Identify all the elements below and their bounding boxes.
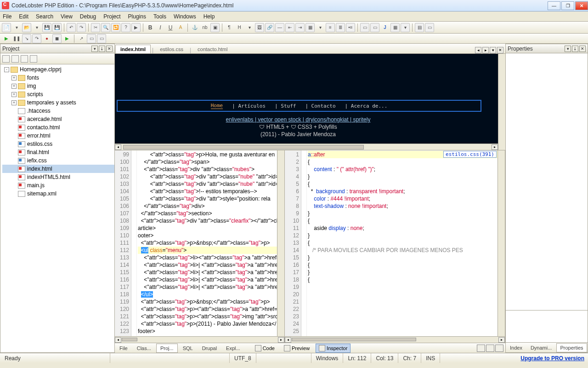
- pause-debug-icon[interactable]: ❚❚: [12, 34, 21, 43]
- tree-final-html[interactable]: final.html: [2, 148, 114, 156]
- menu-tools[interactable]: Tools: [153, 13, 166, 20]
- form-icon[interactable]: ▭: [360, 23, 369, 32]
- tab-list-icon[interactable]: ▾: [490, 47, 496, 53]
- bottom-tab-File[interactable]: File: [115, 344, 132, 353]
- menu-project[interactable]: Project: [103, 13, 120, 20]
- nav-link[interactable]: Home: [211, 103, 223, 109]
- tree-fonts[interactable]: +fonts: [2, 74, 114, 82]
- scroll-left-icon[interactable]: ◂: [115, 144, 121, 150]
- anchor-icon[interactable]: ⚓: [190, 23, 199, 32]
- paragraph-icon[interactable]: ¶: [225, 23, 234, 32]
- menu-file[interactable]: File: [3, 13, 11, 20]
- maximize-button[interactable]: ❐: [561, 1, 574, 10]
- bottom-tab-Clas[interactable]: Clas...: [133, 344, 155, 353]
- hr-icon[interactable]: —: [275, 23, 284, 32]
- tree-indexHTML5-html[interactable]: indexHTML5.html: [2, 173, 114, 181]
- ol-icon[interactable]: ≣: [336, 23, 345, 32]
- comment-icon[interactable]: ▤: [415, 23, 424, 32]
- panel-close-icon[interactable]: ✕: [106, 46, 113, 52]
- layout-split-h-icon[interactable]: [486, 345, 494, 352]
- menu-plugins[interactable]: Plugins: [128, 13, 146, 20]
- menu-windows[interactable]: Windows: [174, 13, 196, 20]
- prop-tab-Properties[interactable]: Properties: [556, 343, 587, 352]
- find-icon[interactable]: 🔍: [101, 23, 110, 32]
- preview-credits[interactable]: enlivenlabs | vector open stock | dryico…: [226, 116, 371, 123]
- breakpoint-icon[interactable]: ●: [42, 34, 51, 43]
- indent-left-icon[interactable]: ⇤: [285, 23, 294, 32]
- italic-icon[interactable]: I: [156, 23, 165, 32]
- editor-tab-estilos-css[interactable]: estilos.css: [155, 45, 188, 53]
- tab-close-icon[interactable]: ✕: [497, 47, 503, 53]
- panel-pin-icon[interactable]: ⤓: [99, 46, 105, 52]
- dropdown-icon[interactable]: ▾: [316, 23, 325, 32]
- bottom-tab-SQL[interactable]: SQL: [179, 344, 197, 353]
- layout-split-v-icon[interactable]: [495, 345, 503, 352]
- editor-tab-contacto-html[interactable]: contacto.html: [192, 45, 232, 53]
- panel-dropdown-icon[interactable]: ▾: [565, 46, 571, 52]
- link-icon[interactable]: 🔗: [265, 23, 274, 32]
- indent-right-icon[interactable]: ⇥: [295, 23, 305, 32]
- tree-temporales-y-assets[interactable]: +temporales y assets: [2, 98, 114, 107]
- js-icon[interactable]: J: [380, 23, 390, 32]
- panel-pin-icon[interactable]: ⤓: [572, 46, 578, 52]
- preview-hscroll[interactable]: ◂ ▸: [115, 144, 498, 150]
- tree--htaccess[interactable]: .htaccess: [2, 107, 114, 115]
- fold-column[interactable]: [131, 150, 137, 336]
- left-hscroll[interactable]: ◂▸: [115, 336, 284, 343]
- prop-tab-Dynami[interactable]: Dynami...: [527, 343, 555, 352]
- close-button[interactable]: ✕: [575, 1, 588, 10]
- tree-img[interactable]: +img: [2, 82, 114, 90]
- menu-view[interactable]: View: [61, 13, 73, 20]
- tab-next-icon[interactable]: ▸: [482, 47, 489, 53]
- bottom-tab-Drupal[interactable]: Drupal: [198, 344, 221, 353]
- stop-icon[interactable]: ◼: [52, 34, 62, 43]
- dropdown-icon[interactable]: ▾: [32, 23, 41, 32]
- view-mode-code[interactable]: Code: [252, 344, 278, 353]
- tree-sitemap-xml[interactable]: sitemap.xml: [2, 190, 114, 198]
- bold-icon[interactable]: B: [146, 23, 155, 32]
- run-icon[interactable]: ▶: [131, 23, 141, 32]
- nav-link[interactable]: | Stuff: [275, 103, 296, 109]
- preview-vscroll[interactable]: [498, 54, 505, 150]
- right-code[interactable]: a::after{ content : " (" attr(href) ")";…: [307, 150, 505, 336]
- panel-close-icon[interactable]: ✕: [579, 46, 586, 52]
- nav-link[interactable]: | Acerca de...: [345, 103, 388, 109]
- grid-icon[interactable]: ▦: [390, 23, 400, 32]
- right-hscroll[interactable]: ◂▸: [285, 336, 505, 343]
- input-icon[interactable]: ▭: [370, 23, 379, 32]
- properties-icon[interactable]: [30, 55, 37, 63]
- font-color-icon[interactable]: A: [176, 23, 185, 32]
- heading-icon[interactable]: H: [235, 23, 244, 32]
- dropdown-icon[interactable]: ▾: [245, 23, 254, 32]
- menu-edit[interactable]: Edit: [19, 13, 28, 20]
- view-mode-preview[interactable]: Preview: [281, 344, 313, 353]
- project-tree[interactable]: -Homepage.clpprj+fonts+img+scripts+tempo…: [0, 64, 114, 352]
- tree-index-html[interactable]: index.html: [2, 165, 114, 173]
- undo-icon[interactable]: ↶: [67, 23, 76, 32]
- tree-acercade-html[interactable]: acercade.html: [2, 115, 114, 123]
- panel-dropdown-icon[interactable]: ▾: [91, 46, 98, 52]
- tree-main-js[interactable]: main.js: [2, 181, 114, 190]
- left-code[interactable]: <"attr">class="tag">p>Hola, me gusta ave…: [137, 150, 284, 336]
- scroll-right-icon[interactable]: ▸: [492, 144, 498, 150]
- help-icon[interactable]: ?: [121, 23, 130, 32]
- table-icon[interactable]: ▦: [305, 23, 315, 32]
- ul-icon[interactable]: •≡: [346, 23, 355, 32]
- panel-icon[interactable]: ▭: [425, 23, 434, 32]
- editor-tab-index-html[interactable]: index.html: [115, 45, 151, 53]
- tree-Homepage-clpprj[interactable]: -Homepage.clpprj: [2, 65, 114, 74]
- css-source-chip[interactable]: estilos.css(391): [443, 151, 497, 158]
- refresh-icon[interactable]: [2, 55, 10, 63]
- nav-link[interactable]: | Artículos: [232, 103, 266, 109]
- upgrade-link[interactable]: Upgrade to PRO version: [517, 355, 588, 362]
- bottom-tab-Expl[interactable]: Expl...: [222, 344, 244, 353]
- replace-icon[interactable]: 🔁: [111, 23, 120, 32]
- nb-icon[interactable]: nb: [200, 23, 209, 32]
- watch-icon[interactable]: ▭: [87, 34, 96, 43]
- tree-contacto-html[interactable]: contacto.html: [2, 123, 114, 132]
- dropdown-icon[interactable]: ▾: [12, 23, 21, 32]
- underline-icon[interactable]: U: [166, 23, 175, 32]
- image-icon[interactable]: 🖼: [255, 23, 264, 32]
- bottom-tab-Proj[interactable]: Proj...: [156, 344, 178, 353]
- step-into-icon[interactable]: ↘: [22, 34, 31, 43]
